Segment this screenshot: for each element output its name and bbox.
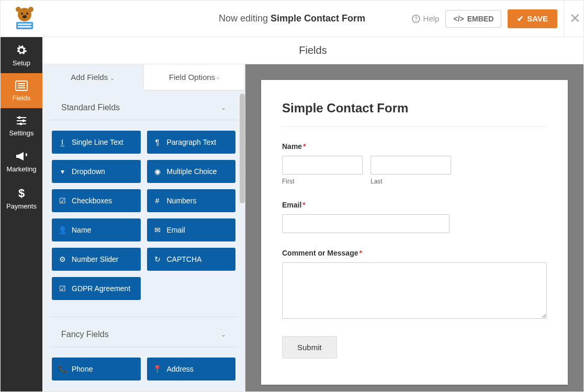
svg-point-3: [21, 13, 23, 15]
pin-icon: 📍: [153, 365, 162, 373]
svg-point-2: [28, 7, 33, 12]
submit-button[interactable]: Submit: [282, 336, 337, 359]
field-single-line-text[interactable]: I̲Single Line Text: [52, 131, 141, 154]
sliders-icon: [16, 116, 27, 126]
scrollbar[interactable]: [240, 94, 245, 203]
check-icon: ✔: [517, 14, 524, 24]
field-numbers[interactable]: #Numbers: [147, 189, 236, 212]
hash-icon: #: [153, 197, 162, 205]
field-multiple-choice[interactable]: ◉Multiple Choice: [147, 160, 236, 183]
first-name-input[interactable]: [282, 156, 363, 175]
last-sublabel: Last: [370, 178, 451, 185]
field-name[interactable]: 👤Name: [52, 218, 141, 241]
last-name-input[interactable]: [370, 156, 451, 175]
nav-fields[interactable]: Fields: [1, 73, 42, 108]
required-indicator: *: [302, 201, 305, 209]
phone-icon: 📞: [58, 365, 66, 373]
svg-point-20: [20, 123, 23, 125]
svg-point-4: [26, 13, 28, 15]
svg-point-5: [23, 15, 27, 18]
text-icon: I̲: [58, 138, 66, 146]
dollar-icon: $: [17, 187, 26, 199]
top-bar: Now editing Simple Contact Form ? Help <…: [1, 1, 583, 37]
paragraph-icon: ¶: [153, 138, 162, 146]
email-label: Email*: [282, 201, 547, 209]
nav-setup[interactable]: Setup: [1, 37, 42, 73]
field-paragraph-text[interactable]: ¶Paragraph Text: [147, 131, 236, 154]
tab-field-options[interactable]: Field Options›: [144, 64, 245, 90]
field-panel: Add Fields⌄ Field Options› Standard Fiel…: [42, 64, 245, 391]
svg-rect-7: [18, 24, 31, 25]
user-icon: 👤: [58, 226, 66, 234]
help-icon: ?: [412, 15, 420, 23]
bullhorn-icon: [15, 151, 28, 162]
close-icon: ✕: [569, 10, 581, 27]
tab-add-fields[interactable]: Add Fields⌄: [42, 64, 144, 90]
field-group-name[interactable]: Name* First Last: [282, 142, 547, 185]
chevron-right-icon: ›: [217, 75, 219, 81]
field-group-comment[interactable]: Comment or Message*: [282, 249, 547, 320]
embed-button[interactable]: </>EMBED: [445, 10, 501, 28]
envelope-icon: ✉: [153, 226, 162, 234]
svg-text:$: $: [18, 187, 25, 199]
comment-textarea[interactable]: [282, 262, 547, 319]
field-group-email[interactable]: Email*: [282, 201, 547, 233]
email-input[interactable]: [282, 214, 450, 233]
checkbox-icon: ☑: [58, 197, 66, 205]
chevron-down-icon: ⌄: [221, 104, 226, 111]
field-address[interactable]: 📍Address: [147, 358, 236, 381]
gear-icon: [16, 44, 27, 56]
field-checkboxes[interactable]: ☑Checkboxes: [52, 189, 141, 212]
section-fancy-fields[interactable]: Fancy Fields ⌄: [50, 317, 238, 347]
field-dropdown[interactable]: ▾Dropdown: [52, 160, 141, 183]
panel-title: Fields: [42, 37, 583, 64]
checkbox-icon: ☑: [58, 284, 66, 293]
field-gdpr[interactable]: ☑GDPR Agreement: [52, 277, 141, 300]
svg-text:?: ?: [414, 16, 418, 22]
nav-marketing[interactable]: Marketing: [1, 143, 42, 179]
preview-area: Simple Contact Form Name* First Last: [245, 64, 583, 391]
close-button[interactable]: ✕: [564, 1, 584, 37]
sidebar-nav: Setup Fields Settings Marketing $ Paymen…: [1, 37, 42, 391]
radio-icon: ◉: [153, 167, 162, 176]
section-standard-fields[interactable]: Standard Fields ⌄: [50, 90, 238, 120]
form-preview: Simple Contact Form Name* First Last: [261, 80, 568, 385]
required-indicator: *: [359, 249, 362, 257]
field-phone[interactable]: 📞Phone: [52, 358, 141, 381]
name-label: Name*: [282, 142, 547, 151]
svg-point-18: [23, 120, 25, 122]
form-title: Simple Contact Form: [282, 101, 547, 126]
required-indicator: *: [303, 142, 306, 151]
first-sublabel: First: [282, 178, 363, 185]
help-link[interactable]: ? Help: [412, 14, 440, 23]
field-captcha[interactable]: ↻CAPTCHA: [147, 248, 236, 271]
logo: [9, 6, 40, 32]
svg-rect-6: [16, 22, 33, 29]
nav-payments[interactable]: $ Payments: [1, 179, 42, 216]
field-number-slider[interactable]: ⚙Number Slider: [52, 248, 141, 271]
save-button[interactable]: ✔SAVE: [508, 9, 557, 28]
code-icon: </>: [453, 15, 464, 23]
chevron-down-icon: ⌄: [110, 75, 115, 81]
comment-label: Comment or Message*: [282, 249, 547, 257]
field-email[interactable]: ✉Email: [147, 218, 236, 241]
list-icon: [15, 80, 28, 91]
editing-title: Now editing Simple Contact Form: [219, 13, 365, 24]
refresh-icon: ↻: [153, 255, 162, 263]
svg-point-16: [18, 117, 21, 119]
svg-rect-8: [18, 26, 31, 28]
nav-settings[interactable]: Settings: [1, 108, 42, 143]
chevron-down-icon: ⌄: [221, 331, 226, 338]
caret-down-icon: ▾: [58, 167, 66, 176]
sliders-icon: ⚙: [58, 255, 66, 263]
svg-point-1: [16, 7, 21, 12]
